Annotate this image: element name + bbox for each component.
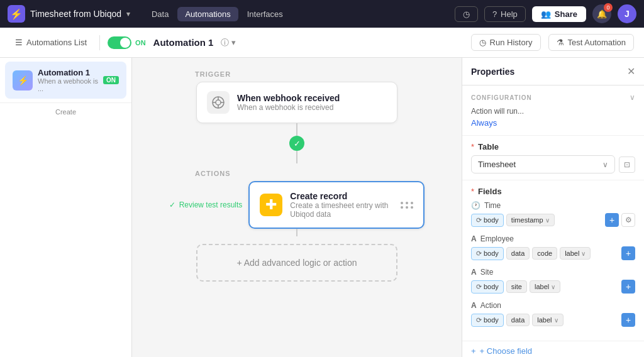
action-run-label: Action will run...	[471, 107, 635, 116]
share-icon: 👥	[541, 9, 551, 19]
site-add-button[interactable]: +	[621, 280, 635, 294]
checkmark-icon: ✓	[169, 200, 175, 209]
properties-close-button[interactable]: ✕	[627, 65, 635, 77]
action-card[interactable]: ✚ Create record Create a timesheet entry…	[248, 181, 425, 229]
action-run-value[interactable]: Always	[471, 118, 635, 128]
canvas-content: TRIGGER When webhook received When a web…	[132, 58, 462, 294]
nav-link-interfaces[interactable]: Interfaces	[242, 7, 288, 21]
more-dots-row2	[401, 206, 413, 209]
config-label: CONFIGURATION	[471, 94, 532, 101]
sidebar-item-text: Automation 1 When a webhook is ...	[38, 68, 98, 92]
test-automation-button[interactable]: ⚗ Test Automation	[548, 34, 635, 51]
automation-info-icon[interactable]: ⓘ ▾	[221, 37, 236, 48]
body-icon: ⟳	[476, 216, 482, 224]
fields-section: * Fields 🕐 Time ⟳ body timestamp ∨	[462, 180, 644, 341]
connector-line-3	[296, 229, 297, 236]
svg-point-1	[216, 100, 221, 105]
config-section-header[interactable]: CONFIGURATION ∨	[471, 93, 635, 102]
site-field-label: A Site	[471, 268, 635, 277]
dot	[401, 202, 403, 204]
action-label-select[interactable]: label ∨	[532, 314, 563, 326]
time-field-select[interactable]: timestamp ∨	[506, 214, 555, 226]
connector-line-2	[296, 151, 297, 163]
sidebar-automation-item[interactable]: ⚡ Automation 1 When a webhook is ... ON	[5, 62, 126, 99]
webhook-icon	[207, 91, 230, 114]
properties-title: Properties	[471, 67, 514, 77]
table-select-row: Timesheet ∨ ⊡	[471, 155, 635, 173]
employee-data-tag: data	[506, 247, 530, 260]
time-icon: 🕐	[471, 201, 480, 210]
help-button[interactable]: ? Help	[484, 6, 526, 22]
action-field-label: A Action	[471, 301, 635, 310]
history-button[interactable]: ◷	[455, 6, 478, 22]
hamburger-icon: ☰	[15, 38, 23, 47]
topnav-links: Data Automations Interfaces	[147, 7, 288, 21]
properties-panel: Properties ✕ CONFIGURATION ∨ Action will…	[462, 58, 644, 357]
history-icon: ◷	[463, 9, 470, 19]
table-section: * Table Timesheet ∨ ⊡	[462, 136, 644, 180]
config-collapse-icon[interactable]: ∨	[630, 93, 635, 102]
dot	[411, 202, 413, 204]
dot	[406, 202, 408, 204]
user-avatar[interactable]: J	[618, 4, 636, 23]
automation-name: Automation 1	[153, 37, 214, 48]
clock-icon: ◷	[479, 38, 486, 47]
actions-label: ACTIONS	[195, 170, 231, 177]
site-label-select[interactable]: label ∨	[530, 280, 560, 293]
time-add-button[interactable]: +	[605, 213, 619, 227]
toggle-control[interactable]	[108, 36, 131, 49]
table-selector[interactable]: Timesheet ∨	[471, 155, 615, 173]
automation-toggle[interactable]: ON	[108, 36, 146, 49]
automation-item-name: Automation 1	[38, 68, 98, 77]
employee-add-button[interactable]: +	[621, 246, 635, 260]
run-history-button[interactable]: ◷ Run History	[471, 34, 541, 51]
field-action: A Action ⟳ body data label ∨ +	[471, 301, 635, 327]
time-field-value-row: ⟳ body timestamp ∨ + ⚙	[471, 213, 635, 227]
share-button[interactable]: 👥 Share	[532, 6, 586, 22]
automation-on-badge: ON	[103, 76, 119, 84]
table-section-label: Table	[478, 142, 499, 151]
trigger-card[interactable]: When webhook received When a webhook is …	[196, 82, 397, 123]
main-layout: ⚡ Automation 1 When a webhook is ... ON …	[0, 58, 644, 357]
sidebar-item-header: ⚡ Automation 1 When a webhook is ... ON	[13, 68, 119, 92]
table-expand-button[interactable]: ⊡	[619, 157, 635, 173]
trigger-title: When webhook received	[237, 93, 340, 103]
action-more-menu[interactable]	[401, 202, 413, 209]
fields-required-star: *	[471, 187, 474, 196]
automation-item-desc: When a webhook is ...	[38, 77, 98, 92]
automations-sidebar: ⚡ Automation 1 When a webhook is ... ON …	[0, 58, 132, 357]
help-icon: ?	[492, 9, 497, 19]
toolbar-divider	[99, 35, 100, 50]
notifications-button[interactable]: 🔔 0	[592, 4, 611, 23]
app-title-chevron[interactable]: ▾	[126, 10, 130, 18]
add-action-button[interactable]: + Add advanced logic or action	[196, 244, 397, 282]
properties-header: Properties ✕	[462, 58, 644, 85]
nav-link-automations[interactable]: Automations	[177, 7, 238, 21]
test-icon: ⚗	[557, 38, 564, 47]
employee-label-select[interactable]: label ∨	[560, 247, 591, 260]
employee-body-tag: ⟳ body	[471, 247, 504, 260]
choose-field-plus-icon: +	[471, 346, 476, 356]
nav-link-data[interactable]: Data	[147, 7, 174, 21]
automations-list-button[interactable]: ☰ Automations List	[10, 35, 92, 50]
logo-icon: ⚡	[8, 5, 25, 23]
fields-section-label: Fields	[478, 187, 502, 196]
action-title: Create record	[290, 191, 393, 201]
toggle-knob	[120, 38, 130, 48]
time-settings-button[interactable]: ⚙	[621, 213, 635, 227]
action-body-tag: ⟳ body	[471, 314, 504, 327]
review-badge: ✓ Review test results	[169, 200, 243, 209]
required-star: *	[471, 142, 474, 151]
toggle-label: ON	[135, 39, 146, 47]
choose-field-button[interactable]: + + Choose field	[462, 341, 644, 357]
more-dots-row1	[401, 202, 413, 204]
table-value: Timesheet	[478, 160, 516, 169]
action-text: Create record Create a timesheet entry w…	[290, 191, 393, 219]
action-add-button[interactable]: +	[621, 313, 635, 327]
notif-badge: 0	[604, 3, 613, 12]
automation-item-icon: ⚡	[13, 70, 33, 91]
connector: ✓	[289, 123, 304, 163]
trigger-text: When webhook received When a webhook is …	[237, 93, 340, 112]
app-logo[interactable]: ⚡ Timesheet from Ubiqod ▾	[8, 5, 130, 23]
secondary-toolbar: ☰ Automations List ON Automation 1 ⓘ ▾ ◷…	[0, 28, 644, 58]
